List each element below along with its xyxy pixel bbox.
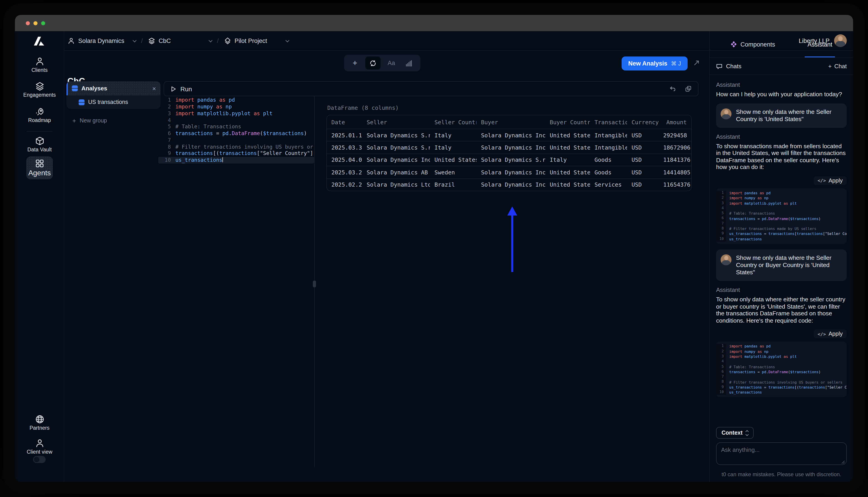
sidebar-item-label: Partners — [30, 425, 50, 430]
apply-code-button[interactable]: </> Apply — [813, 176, 847, 185]
breadcrumb-project-dropdown[interactable]: Pilot Project — [224, 37, 289, 44]
apply-code-button[interactable]: </> Apply — [813, 330, 847, 339]
breadcrumb-org-dropdown[interactable]: Solara Dynamics — [68, 37, 136, 44]
chats-label[interactable]: Chats — [726, 63, 741, 70]
line-number: 10 — [158, 157, 171, 163]
dataframe-label: DataFrame (8 columns) — [327, 104, 399, 111]
new-chat-button[interactable]: + Chat — [828, 63, 847, 70]
sidebar-item-partners[interactable]: Partners — [15, 415, 64, 430]
tab-assistant[interactable]: Assistant — [808, 31, 832, 57]
new-group-button[interactable]: + New group — [72, 117, 107, 124]
new-analysis-label: New Analysis — [628, 60, 667, 67]
sidebar-item-agents[interactable]: Agents — [26, 156, 53, 179]
column-header: Amount — [659, 118, 691, 125]
cell: Solara Dynamics Inc. — [476, 181, 545, 188]
sidebar-item-label: Agents — [28, 169, 51, 177]
code-line: 9transactions[(transactions["Seller Coun… — [158, 150, 314, 157]
line-number: 1 — [158, 97, 171, 103]
code-line: 10us_transactions — [716, 390, 847, 395]
tab-label: Assistant — [808, 41, 832, 48]
table-row[interactable]: 2025.01.15 Solara Dynamics S.r.l. Italy … — [327, 129, 691, 141]
sidebar-item-engagements[interactable]: Engagements — [15, 82, 64, 98]
resize-handle-icon[interactable] — [841, 460, 845, 464]
split-drag-handle[interactable] — [313, 281, 316, 287]
code-line: 5# Table: Transactions — [716, 365, 847, 370]
cell: 2025.03.20 — [327, 169, 362, 176]
code-line: 1import pandas as pd — [716, 191, 847, 196]
analyses-tab[interactable]: Analyses × — [67, 81, 160, 95]
new-analysis-button[interactable]: New Analysis ⌘ J — [621, 56, 688, 70]
code-line: 3import matplotlib.pyplot as plt — [716, 201, 847, 206]
tab-components[interactable]: Components — [731, 31, 775, 57]
chat-input[interactable] — [716, 442, 847, 465]
code-line: 7 — [158, 137, 314, 143]
assistant-message: To show only data where either the selle… — [716, 296, 847, 324]
text-button[interactable]: Aa — [383, 56, 399, 70]
table-row[interactable]: 2025.03.30 Solara Dynamics S.r.l. Italy … — [327, 141, 691, 154]
table-row[interactable]: 2025.04.09 Solara Dynamics Inc. United S… — [327, 154, 691, 166]
client-view-toggle[interactable] — [33, 456, 46, 463]
expand-icon[interactable] — [693, 60, 700, 67]
plus-icon: + — [828, 63, 831, 70]
apply-row: </> Apply — [716, 176, 847, 185]
add-block-button[interactable]: + — [347, 56, 363, 70]
cell: United States — [545, 169, 590, 176]
window-content: Clients Engagements Roa — [15, 31, 853, 482]
code-line: 2import numpy as np — [716, 196, 847, 201]
cell: United States — [430, 157, 476, 163]
sidebar-item-clients[interactable]: Clients — [15, 57, 64, 73]
context-dropdown[interactable]: Context — [716, 427, 753, 439]
code-line: 3import matplotlib.pyplot as plt — [716, 354, 847, 359]
cell: Intangibles — [590, 132, 627, 139]
close-icon[interactable]: × — [152, 85, 156, 92]
table-row[interactable]: 2025.02.26 Solara Dynamics Ltda. Brazil … — [327, 178, 691, 191]
zoom-window-button[interactable] — [41, 21, 45, 25]
assistant-role-label: Assistant — [716, 286, 847, 293]
cell: 2025.04.09 — [327, 157, 362, 163]
new-chat-label: Chat — [834, 63, 847, 70]
analysis-item-us-transactions[interactable]: US transactions — [67, 95, 160, 109]
line-number: 5 — [158, 124, 171, 130]
undo-icon[interactable] — [669, 85, 676, 92]
play-icon[interactable] — [170, 86, 176, 92]
breadcrumb-separator: / — [141, 37, 143, 44]
assistant-code-block[interactable]: 1import pandas as pd2import numpy as np3… — [716, 188, 847, 244]
minimize-window-button[interactable] — [33, 21, 38, 25]
cell: Italy — [430, 132, 476, 139]
cell: USD — [627, 144, 659, 151]
code-loop-button[interactable] — [365, 56, 381, 70]
copy-icon[interactable] — [685, 85, 692, 92]
column-header: Seller Country — [430, 118, 476, 125]
bar-chart-icon — [406, 59, 414, 67]
code-line: 8# Filter transactions involving US buye… — [158, 143, 314, 150]
diamond-icon — [224, 37, 231, 44]
chart-button[interactable] — [402, 56, 417, 70]
sidebar-item-client-view[interactable]: Client view — [15, 439, 64, 455]
layers-icon — [35, 82, 44, 91]
breadcrumb-workspace-dropdown[interactable]: CbC — [148, 37, 212, 44]
table-header-row: Date Seller Seller Country Buyer Buyer C… — [327, 115, 691, 129]
cell: Intangibles — [590, 144, 627, 151]
code-line: 7 — [716, 374, 847, 380]
run-label[interactable]: Run — [180, 85, 192, 93]
line-number: 1 — [716, 191, 726, 196]
refresh-icon — [369, 59, 377, 67]
cell: Brazil — [430, 181, 476, 188]
line-number: 3 — [158, 110, 171, 116]
cell: Solara Dynamics Inc. — [476, 132, 545, 139]
canvas-toolbar: + Aa — [344, 55, 420, 71]
table-row[interactable]: 2025.03.20 Solara Dynamics AB Sweden Sol… — [327, 166, 691, 178]
line-number: 2 — [158, 103, 171, 110]
sidebar-item-data-vault[interactable]: Data Vault — [15, 137, 64, 152]
code-icon: </> — [817, 332, 826, 337]
sidebar-item-roadmap[interactable]: Roadmap — [15, 107, 64, 123]
components-diamond-icon — [731, 41, 737, 47]
code-icon: </> — [817, 178, 826, 183]
column-header: Seller — [362, 118, 430, 125]
code-editor[interactable]: 1import pandas as pd2import numpy as np3… — [158, 97, 314, 350]
close-window-button[interactable] — [26, 21, 30, 25]
rocket-icon — [35, 107, 44, 116]
table-icon — [79, 99, 85, 105]
assistant-code-block[interactable]: 1import pandas as pd2import numpy as np3… — [716, 342, 847, 397]
code-line: 2import numpy as np — [158, 103, 314, 110]
